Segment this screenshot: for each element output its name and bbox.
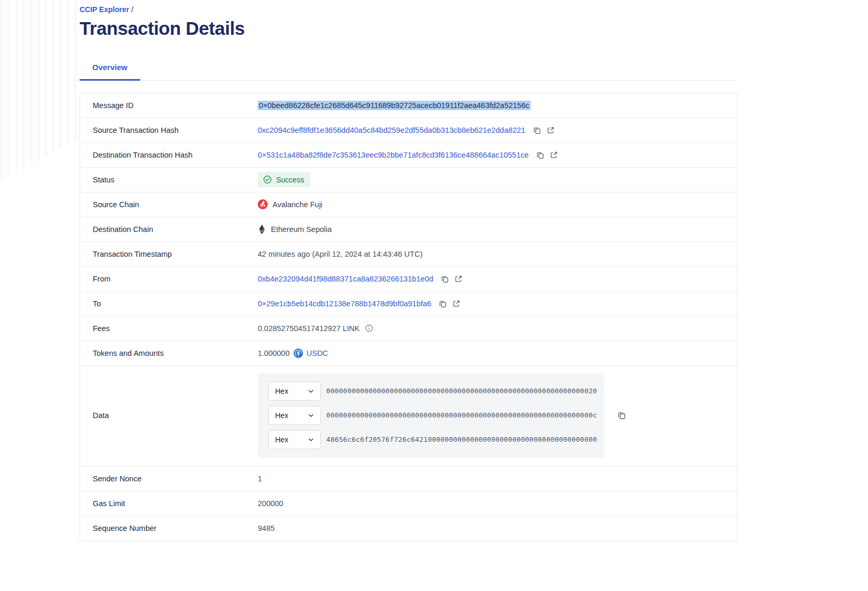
- timestamp-label: Transaction Timestamp: [93, 250, 258, 258]
- page-title: Transaction Details: [80, 18, 737, 39]
- external-link-icon: [454, 275, 463, 283]
- tab-overview[interactable]: Overview: [80, 63, 140, 81]
- avalanche-icon: [258, 199, 268, 209]
- status-badge-text: Success: [276, 176, 304, 184]
- row-to: To 0×29e1cb5eb14cdb12138e788b1478d9bf0a9…: [80, 292, 737, 316]
- chevron-down-icon: [308, 437, 314, 443]
- source-tx-hash-link[interactable]: 0xc2094c9eff8fdf1e3656dd40a5c84bd259e2df…: [258, 126, 525, 134]
- data-hex-line: 0000000000000000000000000000000000000000…: [326, 411, 597, 419]
- source-tx-hash-label: Source Transaction Hash: [93, 126, 258, 134]
- copy-icon: [441, 275, 449, 283]
- check-circle-icon: [263, 175, 272, 184]
- to-address-link[interactable]: 0×29e1cb5eb14cdb12138e788b1478d9bf0a91bf…: [258, 299, 431, 308]
- data-format-select[interactable]: Hex: [268, 406, 321, 425]
- from-external-link-button[interactable]: [454, 275, 463, 283]
- to-copy-button[interactable]: [438, 299, 447, 308]
- row-status: Status Success: [80, 168, 737, 192]
- source-tx-external-link-button[interactable]: [547, 126, 555, 134]
- breadcrumb-ccip-explorer-link[interactable]: CCIP Explorer: [80, 5, 129, 14]
- tab-bar: Overview: [80, 63, 737, 81]
- transaction-details-card: Message ID 0×0beed86228cfe1c2685d645c911…: [80, 93, 737, 541]
- row-timestamp: Transaction Timestamp 42 minutes ago (Ap…: [80, 242, 737, 267]
- from-label: From: [93, 275, 258, 283]
- tokens-label: Tokens and Amounts: [93, 349, 258, 357]
- data-line: Hex 000000000000000000000000000000000000…: [268, 382, 594, 401]
- data-hex-line: 0000000000000000000000000000000000000000…: [326, 387, 597, 395]
- sender-nonce-value: 1: [258, 474, 262, 483]
- background-decoration: [0, 0, 79, 182]
- row-tokens: Tokens and Amounts 1.000000 $ USDC: [80, 341, 737, 366]
- external-link-icon: [547, 126, 555, 134]
- fees-label: Fees: [93, 324, 258, 333]
- data-format-select-value: Hex: [275, 435, 288, 444]
- dest-tx-hash-label: Destination Transaction Hash: [93, 151, 258, 159]
- copy-icon: [536, 151, 544, 159]
- row-from: From 0xb4e232094d41f98d88371ca8a82362661…: [80, 267, 737, 292]
- to-external-link-button[interactable]: [452, 299, 461, 308]
- dest-tx-external-link-button[interactable]: [550, 151, 558, 159]
- row-message-id: Message ID 0×0beed86228cfe1c2685d645c911…: [80, 93, 737, 118]
- sequence-number-label: Sequence Number: [93, 524, 258, 532]
- timestamp-value: 42 minutes ago (April 12, 2024 at 14:43:…: [258, 250, 423, 258]
- row-data: Data Hex 0000000000000000000000000000000…: [80, 366, 737, 467]
- data-line: Hex 000000000000000000000000000000000000…: [268, 406, 594, 425]
- gas-limit-label: Gas Limit: [93, 499, 258, 508]
- dest-chain-label: Destination Chain: [93, 225, 258, 234]
- gas-limit-value: 200000: [258, 499, 283, 508]
- data-hex-line: 48656c6c6f20576f726c64210000000000000000…: [326, 435, 597, 443]
- row-source-tx-hash: Source Transaction Hash 0xc2094c9eff8fdf…: [80, 118, 737, 143]
- usdc-icon: $: [294, 348, 303, 358]
- source-tx-copy-button[interactable]: [533, 126, 541, 134]
- status-label: Status: [93, 176, 258, 184]
- sequence-number-value: 9485: [258, 524, 275, 532]
- dest-tx-copy-button[interactable]: [536, 151, 544, 159]
- row-sequence-number: Sequence Number 9485: [80, 516, 737, 541]
- usdc-token-link[interactable]: $ USDC: [294, 348, 328, 358]
- copy-icon: [438, 299, 447, 308]
- row-gas-limit: Gas Limit 200000: [80, 491, 737, 516]
- from-address-link[interactable]: 0xb4e232094d41f98d88371ca8a8236266131b1e…: [258, 275, 433, 283]
- svg-text:$: $: [297, 351, 300, 356]
- row-fees: Fees 0.028527504517412927 LINK: [80, 316, 737, 341]
- ethereum-icon: [258, 225, 266, 234]
- message-id-value: 0×0beed86228cfe1c2685d645c911689b92725ac…: [258, 101, 531, 110]
- row-source-chain: Source Chain Avalanche Fuji: [80, 192, 737, 217]
- dest-chain-name: Ethereum Sepolia: [271, 225, 331, 234]
- copy-icon: [617, 411, 626, 420]
- copy-icon: [533, 126, 541, 134]
- token-amount: 1.000000: [258, 349, 289, 357]
- token-symbol: USDC: [306, 349, 328, 357]
- row-sender-nonce: Sender Nonce 1: [80, 467, 737, 491]
- data-format-select[interactable]: Hex: [268, 382, 321, 401]
- message-id-label: Message ID: [93, 101, 258, 110]
- main-content: CCIP Explorer/ Transaction Details Overv…: [80, 0, 737, 541]
- chevron-down-icon: [308, 388, 314, 394]
- source-chain-label: Source Chain: [93, 200, 258, 209]
- breadcrumb-separator: /: [131, 5, 133, 14]
- row-dest-tx-hash: Destination Transaction Hash 0×531c1a48b…: [80, 143, 737, 168]
- breadcrumb: CCIP Explorer/: [80, 0, 737, 14]
- data-copy-button[interactable]: [617, 411, 626, 420]
- to-label: To: [93, 299, 258, 308]
- data-label: Data: [93, 411, 258, 420]
- data-format-select-value: Hex: [275, 387, 288, 395]
- external-link-icon: [452, 299, 461, 308]
- external-link-icon: [550, 151, 558, 159]
- chevron-down-icon: [308, 412, 314, 419]
- data-format-select-value: Hex: [275, 411, 288, 420]
- data-line: Hex 48656c6c6f20576f726c6421000000000000…: [268, 430, 594, 449]
- sender-nonce-label: Sender Nonce: [93, 474, 258, 483]
- from-copy-button[interactable]: [441, 275, 449, 283]
- data-hex-box: Hex 000000000000000000000000000000000000…: [258, 373, 604, 458]
- row-dest-chain: Destination Chain Ethereum Sepolia: [80, 217, 737, 242]
- fees-value: 0.028527504517412927 LINK: [258, 324, 360, 333]
- data-format-select[interactable]: Hex: [268, 430, 321, 449]
- source-chain-name: Avalanche Fuji: [272, 200, 323, 209]
- status-badge: Success: [258, 172, 310, 187]
- info-icon[interactable]: [365, 324, 373, 332]
- dest-tx-hash-link[interactable]: 0×531c1a48ba82f8de7c353613eec9b2bbe71afc…: [258, 151, 529, 159]
